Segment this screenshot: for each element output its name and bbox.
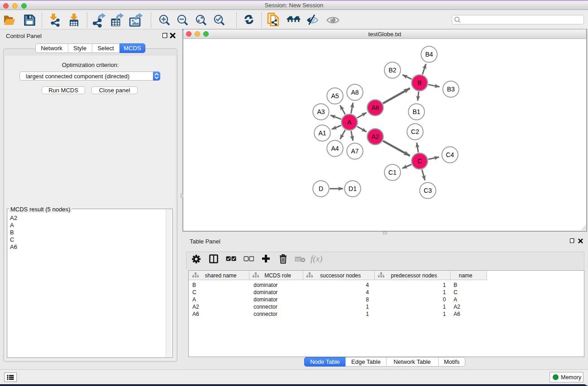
svg-text:C: C bbox=[417, 157, 422, 165]
svg-text:A7: A7 bbox=[351, 148, 359, 155]
svg-text:D: D bbox=[319, 185, 323, 192]
svg-text:B1: B1 bbox=[412, 108, 420, 115]
svg-text:A3: A3 bbox=[317, 108, 325, 115]
svg-text:A1: A1 bbox=[318, 129, 326, 137]
svg-text:A8: A8 bbox=[351, 89, 359, 96]
svg-text:C4: C4 bbox=[446, 151, 454, 158]
svg-text:A5: A5 bbox=[331, 92, 339, 100]
svg-text:A4: A4 bbox=[331, 145, 339, 152]
svg-text:A6: A6 bbox=[371, 104, 379, 111]
svg-text:A2: A2 bbox=[371, 133, 379, 140]
svg-text:C2: C2 bbox=[411, 128, 419, 135]
svg-text:B2: B2 bbox=[388, 67, 396, 74]
svg-text:C3: C3 bbox=[424, 187, 432, 194]
svg-text:A: A bbox=[347, 119, 352, 126]
svg-text:B4: B4 bbox=[425, 51, 433, 58]
svg-text:B3: B3 bbox=[447, 86, 454, 93]
svg-text:B: B bbox=[417, 79, 421, 86]
svg-text:D1: D1 bbox=[349, 185, 357, 192]
svg-text:C1: C1 bbox=[388, 169, 397, 176]
